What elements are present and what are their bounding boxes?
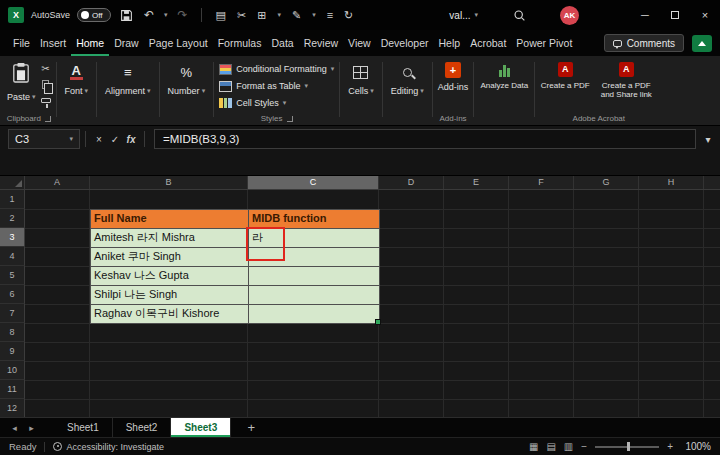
enter-icon[interactable]: ✓ xyxy=(107,134,123,145)
zoom-slider[interactable] xyxy=(595,446,659,448)
clipboard-dialog-launcher-icon[interactable] xyxy=(45,116,51,122)
menu-item-formulas[interactable]: Formulas xyxy=(213,30,267,56)
undo-icon[interactable]: ↶ xyxy=(141,6,157,24)
menu-item-power-pivot[interactable]: Power Pivot xyxy=(511,30,577,56)
row-header-7[interactable]: 7 xyxy=(0,304,25,323)
column-header-H[interactable]: H xyxy=(639,176,704,189)
row-header-10[interactable]: 10 xyxy=(0,361,25,380)
accessibility-button[interactable]: Accessibility: Investigate xyxy=(53,442,164,452)
table-cell[interactable] xyxy=(249,286,380,305)
formula-input[interactable]: =MIDB(B3,9,3) xyxy=(154,129,696,149)
name-box[interactable]: C3 ▾ xyxy=(8,129,80,149)
table-cell[interactable]: Shilpi 나는 Singh xyxy=(91,286,249,305)
paste-button[interactable]: Paste▾ xyxy=(7,56,36,112)
cell-styles-button[interactable]: Cell Styles▾ xyxy=(219,95,334,111)
comments-button[interactable]: Comments xyxy=(604,34,684,52)
new-sheet-button[interactable]: + xyxy=(243,420,259,435)
row-header-6[interactable]: 6 xyxy=(0,285,25,304)
table-cell[interactable]: Aniket 쿠마 Singh xyxy=(91,248,249,267)
share-button[interactable] xyxy=(692,35,712,52)
sheet-tab-sheet1[interactable]: Sheet1 xyxy=(54,418,113,437)
format-painter-icon[interactable] xyxy=(41,95,51,106)
table-cell[interactable]: Raghav 이목구비 Kishore xyxy=(91,305,249,324)
row-header-3[interactable]: 3 xyxy=(0,228,25,247)
refresh-qat-icon[interactable]: ↻ xyxy=(344,9,353,22)
zoom-out-icon[interactable]: − xyxy=(581,441,587,452)
minimize-button[interactable]: ─ xyxy=(630,0,660,30)
menu-item-home[interactable]: Home xyxy=(71,30,109,56)
row-header-4[interactable]: 4 xyxy=(0,247,25,266)
menu-item-help[interactable]: Help xyxy=(434,30,466,56)
page-break-view-icon[interactable]: ▥ xyxy=(564,441,573,452)
autosave-toggle[interactable]: Off xyxy=(77,8,111,22)
normal-view-icon[interactable]: ▦ xyxy=(529,441,538,452)
row-header-5[interactable]: 5 xyxy=(0,266,25,285)
column-header-A[interactable]: A xyxy=(25,176,90,189)
format-as-table-button[interactable]: Format as Table▾ xyxy=(219,78,334,94)
menu-item-review[interactable]: Review xyxy=(299,30,343,56)
close-button[interactable]: × xyxy=(690,0,720,30)
column-header-B[interactable]: B xyxy=(90,176,248,189)
create-pdf-button[interactable]: A Create a PDF xyxy=(540,56,590,112)
row-header-2[interactable]: 2 xyxy=(0,209,25,228)
row-header-1[interactable]: 1 xyxy=(0,190,25,209)
paste-qat-icon[interactable]: ▤ xyxy=(216,9,226,22)
insert-function-icon[interactable]: fx xyxy=(123,134,139,145)
menu-item-insert[interactable]: Insert xyxy=(35,30,71,56)
select-all-corner[interactable] xyxy=(0,176,25,189)
table-header-cell[interactable]: Full Name xyxy=(91,210,249,229)
zoom-in-icon[interactable]: + xyxy=(667,441,673,452)
table-cell[interactable]: Keshav 나스 Gupta xyxy=(91,267,249,286)
table-qat-caret-icon[interactable]: ▾ xyxy=(277,11,281,19)
zoom-level[interactable]: 100% xyxy=(681,441,711,452)
search-icon[interactable] xyxy=(511,6,527,24)
table-cell[interactable]: Amitesh 라지 Mishra xyxy=(91,229,249,248)
draw-qat-caret-icon[interactable]: ▾ xyxy=(312,11,316,19)
cut-qat-icon[interactable]: ✂ xyxy=(237,9,246,22)
number-group-button[interactable]: % Number▾ xyxy=(160,56,214,125)
conditional-formatting-button[interactable]: Conditional Formatting▾ xyxy=(219,61,334,77)
undo-caret-icon[interactable]: ▾ xyxy=(164,11,168,19)
page-layout-view-icon[interactable]: ▤ xyxy=(546,441,555,452)
menu-item-view[interactable]: View xyxy=(343,30,376,56)
sheet-nav-right-icon[interactable]: ▸ xyxy=(23,423,40,433)
font-group-button[interactable]: A Font▾ xyxy=(57,56,97,125)
row-header-12[interactable]: 12 xyxy=(0,399,25,417)
editing-group-button[interactable]: Editing▾ xyxy=(383,56,432,125)
column-header-E[interactable]: E xyxy=(444,176,509,189)
menu-item-page-layout[interactable]: Page Layout xyxy=(144,30,213,56)
table-cell[interactable] xyxy=(249,267,380,286)
save-icon[interactable] xyxy=(118,6,134,24)
workbook-title[interactable]: val... ▾ xyxy=(449,10,478,21)
styles-dialog-launcher-icon[interactable] xyxy=(287,116,293,122)
menu-item-acrobat[interactable]: Acrobat xyxy=(465,30,511,56)
rows-qat-icon[interactable]: ≡ xyxy=(327,9,333,21)
column-header-F[interactable]: F xyxy=(509,176,574,189)
alignment-group-button[interactable]: ≡ Alignment▾ xyxy=(97,56,159,125)
sheet-area[interactable]: 12345678910111213Full NameMIDB functionA… xyxy=(0,190,720,417)
formula-bar-expand-icon[interactable]: ▾ xyxy=(700,134,716,145)
fill-handle[interactable] xyxy=(375,319,381,325)
sheet-tab-sheet3[interactable]: Sheet3 xyxy=(171,418,231,437)
draw-qat-icon[interactable]: ✎ xyxy=(292,9,301,22)
cells-group-button[interactable]: Cells▾ xyxy=(340,56,382,125)
column-header-C[interactable]: C xyxy=(248,176,379,189)
row-header-8[interactable]: 8 xyxy=(0,323,25,342)
maximize-button[interactable] xyxy=(660,0,690,30)
column-header-G[interactable]: G xyxy=(574,176,639,189)
menu-item-file[interactable]: File xyxy=(8,30,35,56)
sheet-tab-sheet2[interactable]: Sheet2 xyxy=(113,418,172,437)
cancel-icon[interactable]: × xyxy=(91,134,107,145)
analyze-data-button[interactable]: Analyze Data xyxy=(479,56,529,112)
menu-item-draw[interactable]: Draw xyxy=(109,30,144,56)
sheet-nav-left-icon[interactable]: ◂ xyxy=(6,423,23,433)
row-header-11[interactable]: 11 xyxy=(0,380,25,399)
copy-icon[interactable] xyxy=(42,79,49,90)
create-pdf-share-button[interactable]: A Create a PDF and Share link xyxy=(595,56,657,112)
avatar[interactable]: AK xyxy=(560,6,579,25)
row-header-9[interactable]: 9 xyxy=(0,342,25,361)
excel-logo-icon[interactable]: X xyxy=(8,7,24,23)
column-header-D[interactable]: D xyxy=(379,176,444,189)
addins-button[interactable]: + Add-ins xyxy=(438,56,469,112)
table-cell[interactable] xyxy=(249,305,380,324)
